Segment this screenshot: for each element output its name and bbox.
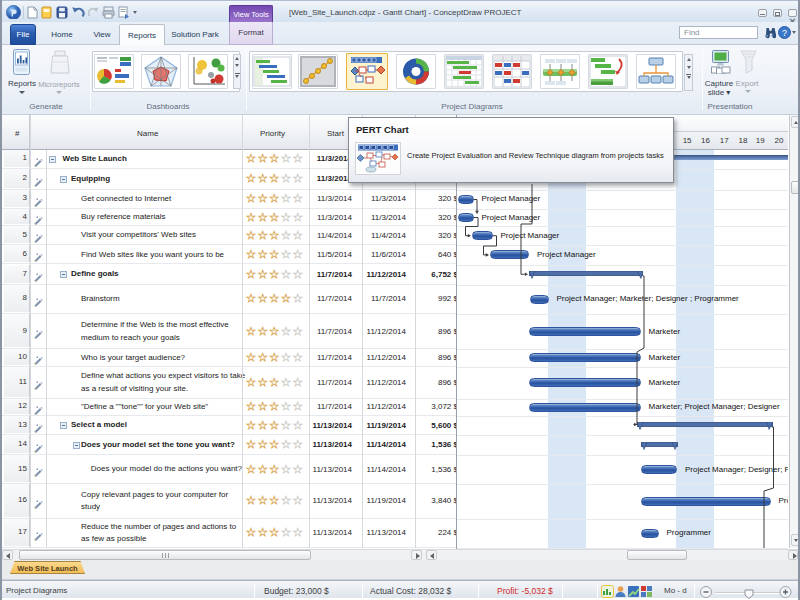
svg-text:?: ?	[782, 28, 787, 38]
